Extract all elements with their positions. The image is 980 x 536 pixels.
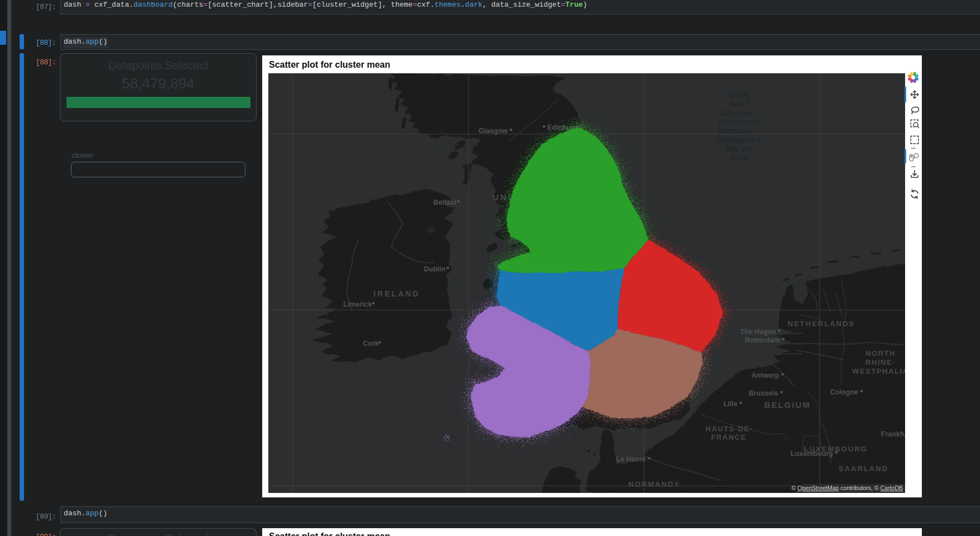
svg-text:North: North xyxy=(728,91,749,100)
svg-text:Nordsjøen /: Nordsjøen / xyxy=(717,135,761,144)
svg-text:WESTPHALIA: WESTPHALIA xyxy=(853,367,905,375)
svg-text:© OpenStreetMap contributors,: © OpenStreetMap contributors, © CartoDB xyxy=(792,485,903,491)
svg-text:Sea /: Sea / xyxy=(730,100,749,109)
svg-text:NORTH: NORTH xyxy=(865,349,896,358)
svg-text:Frankfu: Frankfu xyxy=(881,430,905,438)
svg-text:Glasgow: Glasgow xyxy=(479,127,508,135)
svg-text:The Hague: The Hague xyxy=(740,328,776,336)
svg-text:HAUTS-DE-: HAUTS-DE- xyxy=(706,425,753,433)
svg-text:FRANCE: FRANCE xyxy=(711,433,746,441)
svg-text:Nord: Nord xyxy=(730,153,748,162)
svg-text:Lille: Lille xyxy=(723,400,737,408)
svg-text:Noordzee /: Noordzee / xyxy=(718,117,760,126)
svg-text:Dublin: Dublin xyxy=(424,265,446,273)
svg-text:LUXEMBOURG: LUXEMBOURG xyxy=(804,445,868,453)
svg-text:RHINE-: RHINE- xyxy=(865,358,896,366)
svg-text:Nordsøen /: Nordsøen / xyxy=(718,126,760,135)
svg-text:Brussels: Brussels xyxy=(749,389,778,397)
svg-text:SAARLAND: SAARLAND xyxy=(839,464,888,473)
svg-text:BELGIUM: BELGIUM xyxy=(764,400,811,410)
svg-text:Cork: Cork xyxy=(363,340,379,347)
svg-text:NETHERLANDS: NETHERLANDS xyxy=(788,319,855,328)
svg-text:Rotterdam: Rotterdam xyxy=(745,336,780,344)
svg-text:Limerick: Limerick xyxy=(343,300,372,308)
svg-text:Mer du: Mer du xyxy=(726,144,751,153)
svg-text:IRELAND: IRELAND xyxy=(373,289,420,298)
svg-text:Le Havre: Le Havre xyxy=(616,455,646,463)
svg-text:Nordsee /: Nordsee / xyxy=(721,109,758,117)
svg-text:Cologne: Cologne xyxy=(830,388,858,396)
svg-text:Belfast: Belfast xyxy=(433,199,457,206)
svg-text:Antwerp: Antwerp xyxy=(751,372,779,379)
svg-text:NORMANDY: NORMANDY xyxy=(628,480,680,488)
